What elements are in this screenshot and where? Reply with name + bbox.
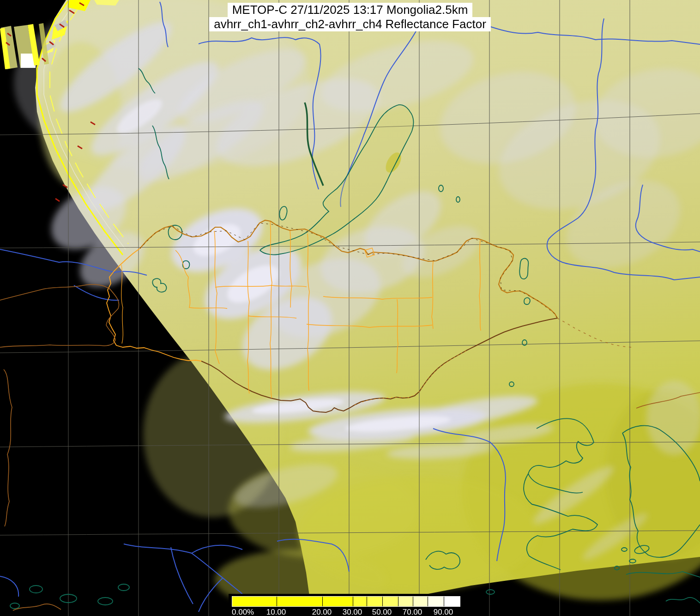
colorbar-label: 30.00 xyxy=(343,608,362,616)
colorbar-tick xyxy=(367,597,367,606)
colorbar-tick xyxy=(353,597,353,606)
title-line-1: METOP-C 27/11/2025 13:17 Mongolia2.5km xyxy=(228,3,473,17)
colorbar-segment xyxy=(232,597,277,606)
colorbar-label: 20.00 xyxy=(312,608,332,616)
colorbar-tick xyxy=(398,597,398,606)
colorbar-panel: 0.00%10.0020.0030.0050.0070.0090.00 xyxy=(229,594,472,616)
colorbar-label: 90.00 xyxy=(434,608,453,616)
colorbar-segment xyxy=(353,597,367,606)
colorbar-tick xyxy=(428,597,428,606)
colorbar-label: 50.00 xyxy=(372,608,392,616)
colorbar-label: 10.00 xyxy=(266,608,286,616)
colorbar-segment xyxy=(367,597,382,606)
colorbar-segment xyxy=(382,597,398,606)
satellite-image-viewport: METOP-C 27/11/2025 13:17 Mongolia2.5km a… xyxy=(0,0,700,616)
colorbar-tick xyxy=(382,597,383,606)
colorbar-label: 0.00% xyxy=(232,608,254,616)
colorbar-tick xyxy=(444,597,444,606)
colorbar-segment xyxy=(398,597,413,606)
colorbar-label: 70.00 xyxy=(403,608,422,616)
colorbar-segment xyxy=(428,597,444,606)
satellite-map xyxy=(0,0,700,616)
colorbar-segment xyxy=(277,597,322,606)
colorbar-tick xyxy=(322,597,323,606)
colorbar-segment xyxy=(322,597,353,606)
title-block: METOP-C 27/11/2025 13:17 Mongolia2.5km a… xyxy=(0,3,700,31)
title-line-2: avhrr_ch1-avhrr_ch2-avhrr_ch4 Reflectanc… xyxy=(209,17,491,31)
colorbar-bar xyxy=(232,596,460,607)
colorbar-segment xyxy=(444,597,460,606)
colorbar-tick xyxy=(277,597,277,606)
colorbar-segment xyxy=(413,597,428,606)
colorbar-tick xyxy=(413,597,413,606)
